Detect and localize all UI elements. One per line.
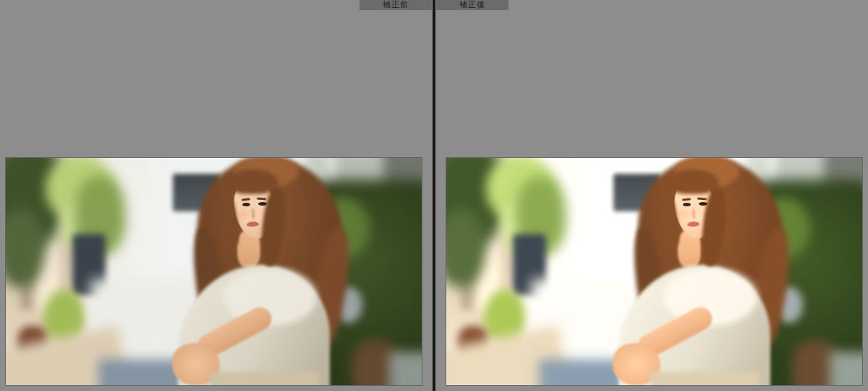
subject-eye-left — [242, 203, 250, 206]
background-street-corner — [389, 352, 422, 385]
photo-before[interactable] — [6, 158, 422, 385]
subject-eye-right — [699, 202, 707, 206]
before-pane-label-text: 補正前 — [383, 0, 409, 9]
photo-after[interactable] — [446, 158, 862, 385]
after-pane-label: 補正後 — [436, 0, 509, 10]
before-pane-label: 補正前 — [359, 0, 432, 10]
subject-eye-right — [258, 202, 267, 206]
subject-hair-fringe — [227, 169, 278, 194]
subject-cheek — [237, 210, 249, 219]
background-street-corner — [830, 352, 862, 385]
after-pane-label-text: 補正後 — [459, 0, 485, 9]
subject-skirt — [210, 372, 318, 385]
compare-split-divider — [433, 0, 435, 391]
subject-cheek — [678, 210, 689, 219]
subject-hair-fringe — [668, 169, 718, 194]
photo-scene — [6, 158, 422, 385]
subject-eye-left — [683, 203, 691, 206]
photo-scene — [446, 158, 862, 385]
subject-skirt — [650, 372, 759, 385]
